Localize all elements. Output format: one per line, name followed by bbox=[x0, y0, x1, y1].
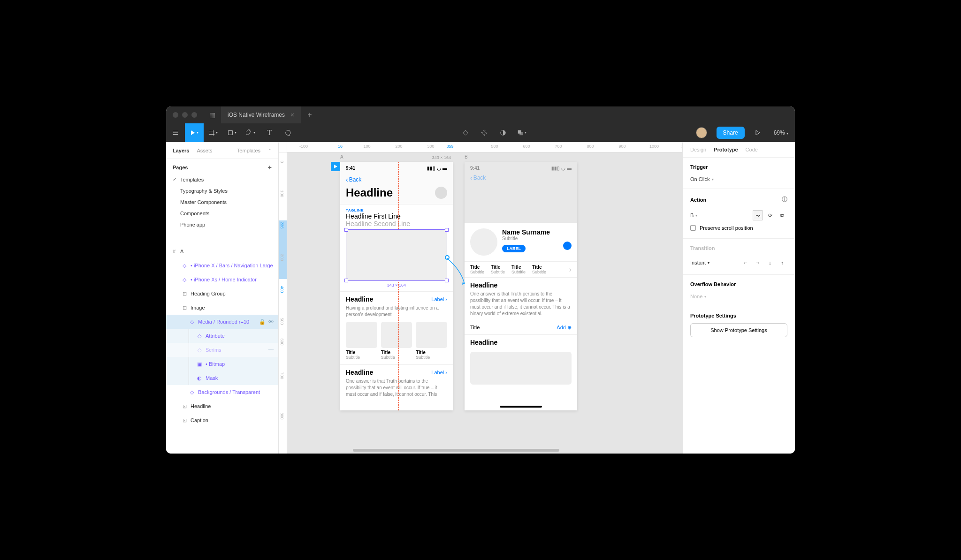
tab-code[interactable]: Code bbox=[746, 147, 758, 152]
layer-row[interactable]: ◇Backgrounds / Transparent bbox=[166, 385, 278, 399]
shape-tool[interactable]: ▾ bbox=[222, 123, 241, 142]
help-icon[interactable]: ⓘ bbox=[782, 196, 787, 204]
navigate-icon[interactable]: ↝ bbox=[753, 210, 763, 220]
selected-media-layer[interactable] bbox=[346, 229, 447, 281]
ruler-horizontal: -100161002003003595006007008009001000110… bbox=[287, 142, 682, 152]
stat-column: TitleSubtitle bbox=[470, 265, 484, 274]
tab-templates[interactable]: Templates bbox=[237, 148, 260, 153]
scrollbar[interactable] bbox=[682, 142, 683, 170]
component-back-icon[interactable] bbox=[456, 123, 475, 142]
canvas[interactable]: -100161002003003595006007008009001000110… bbox=[279, 142, 682, 454]
traffic-lights[interactable] bbox=[166, 112, 204, 118]
close-icon[interactable]: × bbox=[290, 111, 294, 119]
signal-icon: ▮▮▯ bbox=[427, 166, 435, 171]
page-item[interactable]: Master Components bbox=[166, 197, 278, 208]
chevron-right-icon[interactable]: › bbox=[569, 265, 572, 274]
profile-avatar bbox=[470, 228, 497, 256]
layer-row[interactable]: ◇Media / Rounded r=10🔓👁 bbox=[166, 315, 278, 329]
layer-row[interactable]: ⊡Image bbox=[166, 301, 278, 315]
stat-column: TitleSubtitle bbox=[491, 265, 505, 274]
add-button[interactable]: Add ⊕ bbox=[557, 325, 572, 331]
share-button[interactable]: Share bbox=[717, 127, 745, 139]
tab-layers[interactable]: Layers bbox=[173, 148, 189, 153]
tab-prototype[interactable]: Prototype bbox=[714, 147, 738, 152]
direction-down-icon[interactable]: ↓ bbox=[765, 257, 775, 268]
action-target-dropdown[interactable]: B ▾ bbox=[690, 211, 697, 220]
nav-bar-large: ‹Back Headline bbox=[340, 174, 453, 204]
label-pill[interactable]: LABEL bbox=[502, 245, 526, 252]
show-prototype-settings-button[interactable]: Show Prototype Settings bbox=[690, 323, 787, 337]
page-item[interactable]: Components bbox=[166, 208, 278, 219]
present-icon[interactable] bbox=[748, 123, 767, 142]
wave-icon: 〰 bbox=[268, 347, 274, 353]
card-item: TitleSubtitle bbox=[381, 322, 412, 360]
label-link[interactable]: Label › bbox=[431, 296, 447, 302]
status-bar: 9:41 ▮▮▯◡▬ bbox=[340, 162, 453, 174]
boolean-icon[interactable]: ▾ bbox=[512, 123, 531, 142]
toolbar: ▾ ▾ ▾ ▾ T ▾ Share 69% ▾ bbox=[166, 123, 795, 142]
page-item[interactable]: Templates bbox=[166, 174, 278, 185]
card-item: TitleSubtitle bbox=[416, 322, 447, 360]
image-placeholder bbox=[470, 352, 572, 385]
layer-row[interactable]: ◇• iPhone Xs / Home Indicator bbox=[166, 272, 278, 287]
layer-row[interactable]: ⊡Headline bbox=[166, 399, 278, 413]
move-tool[interactable]: ▾ bbox=[185, 123, 204, 142]
swap-icon[interactable]: ⟳ bbox=[765, 210, 775, 220]
layer-row[interactable]: ◇Attribute bbox=[166, 329, 278, 343]
layer-row[interactable]: ⊡Caption bbox=[166, 413, 278, 427]
ruler-vertical: 0100236300400500600700800 bbox=[279, 152, 287, 454]
titlebar: ▦ iOS Native Wireframes × + bbox=[166, 106, 795, 123]
frame-tool[interactable]: ▾ bbox=[204, 123, 222, 142]
frame-b[interactable]: B 9:41 ▮▮▯◡▬ ‹Back Name Surname Subtitle bbox=[465, 162, 577, 410]
stat-column: TitleSubtitle bbox=[511, 265, 526, 274]
zoom-dropdown[interactable]: 69% ▾ bbox=[767, 129, 795, 136]
connection-handle[interactable] bbox=[445, 255, 450, 260]
layer-row[interactable]: ◇• iPhone X / Bars / Navigation Large bbox=[166, 258, 278, 272]
layer-row[interactable]: ◐Mask bbox=[166, 371, 278, 385]
page-item[interactable]: Phone app bbox=[166, 219, 278, 230]
transition-dropdown[interactable]: Instant ▾ bbox=[690, 258, 709, 267]
mask-icon[interactable] bbox=[494, 123, 512, 142]
overflow-dropdown[interactable]: None ▾ bbox=[690, 292, 787, 301]
tab-title: iOS Native Wireframes bbox=[228, 112, 285, 118]
direction-right-icon[interactable]: → bbox=[753, 257, 763, 268]
comment-tool[interactable] bbox=[279, 123, 297, 142]
back-button[interactable]: ‹Back bbox=[346, 176, 447, 183]
svg-rect-0 bbox=[229, 130, 233, 135]
frame-layer[interactable]: #A bbox=[166, 244, 278, 258]
trigger-dropdown[interactable]: On Click ▾ bbox=[690, 174, 787, 184]
layer-row[interactable]: ◇Scrims〰 bbox=[166, 343, 278, 357]
stat-column: TitleSubtitle bbox=[532, 265, 546, 274]
overlay-icon[interactable]: ⧉ bbox=[777, 210, 787, 220]
label-link[interactable]: Label › bbox=[431, 370, 447, 375]
unlock-icon[interactable]: 🔓 bbox=[259, 319, 266, 325]
menu-icon[interactable] bbox=[166, 123, 185, 142]
add-page-button[interactable]: + bbox=[268, 164, 272, 171]
layer-row[interactable]: ⊡Heading Group bbox=[166, 287, 278, 301]
ruler-corner bbox=[279, 142, 287, 152]
tab-design[interactable]: Design bbox=[690, 147, 706, 152]
more-button[interactable]: ⋯ bbox=[563, 242, 572, 250]
file-tab[interactable]: iOS Native Wireframes × bbox=[221, 106, 301, 123]
direction-up-icon[interactable]: ↑ bbox=[777, 257, 787, 268]
layer-row[interactable]: ▣• Bitmap bbox=[166, 357, 278, 371]
inspector-panel: Design Prototype Code Trigger On Click ▾… bbox=[682, 142, 795, 454]
preserve-scroll-checkbox[interactable]: Preserve scroll position bbox=[690, 222, 787, 234]
frame-a[interactable]: A 343 × 164 9:41 ▮▮▯◡▬ ‹Back Headline TA… bbox=[340, 162, 453, 410]
add-tab-button[interactable]: + bbox=[301, 111, 318, 119]
frame-play-icon[interactable] bbox=[331, 162, 340, 171]
text-tool[interactable]: T bbox=[260, 123, 279, 142]
status-bar: 9:41 ▮▮▯◡▬ bbox=[465, 162, 577, 174]
horizontal-scrollbar[interactable] bbox=[353, 449, 559, 452]
layers-panel: Layers Assets Templates ⌃ Pages + Templa… bbox=[166, 142, 279, 454]
pen-tool[interactable]: ▾ bbox=[241, 123, 260, 142]
direction-left-icon[interactable]: ← bbox=[740, 257, 751, 268]
app-window: ▦ iOS Native Wireframes × + ▾ ▾ ▾ ▾ T ▾ … bbox=[166, 106, 795, 454]
page-item[interactable]: Typography & Styles bbox=[166, 185, 278, 197]
user-avatar[interactable] bbox=[696, 127, 707, 138]
tab-assets[interactable]: Assets bbox=[197, 148, 212, 153]
card-item: TitleSubtitle bbox=[346, 322, 377, 360]
component-icon[interactable] bbox=[475, 123, 494, 142]
app-switcher-icon[interactable]: ▦ bbox=[204, 111, 221, 119]
visibility-icon[interactable]: 👁 bbox=[268, 319, 274, 325]
